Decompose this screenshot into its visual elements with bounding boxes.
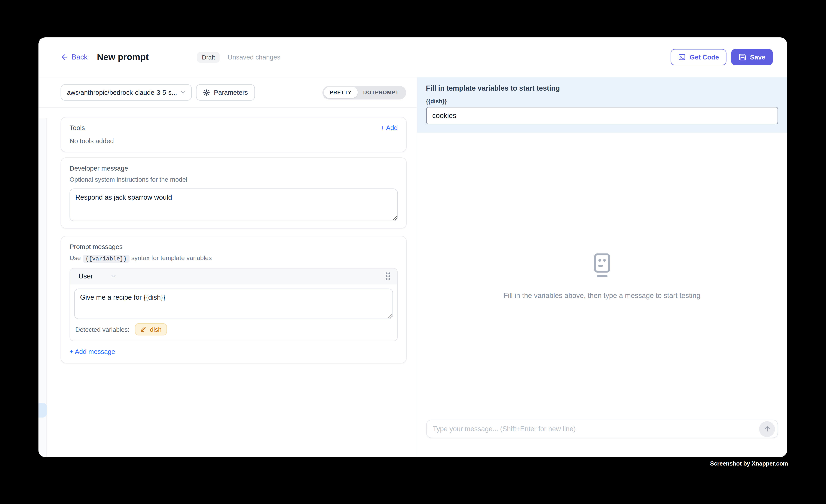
developer-message-title: Developer message xyxy=(69,165,398,172)
detected-variables-label: Detected variables: xyxy=(75,326,129,333)
gear-icon xyxy=(203,89,210,96)
prompt-messages-hint: Use {{variable}} syntax for template var… xyxy=(69,254,398,262)
chat-empty-state: Fill in the variables above, then type a… xyxy=(417,133,787,420)
template-variables-section: Fill in template variables to start test… xyxy=(417,77,787,133)
developer-message-card: Developer message Optional system instru… xyxy=(61,158,407,229)
app-header: Back New prompt Draft Unsaved changes Ge… xyxy=(39,37,787,77)
prompt-messages-title: Prompt messages xyxy=(69,243,398,251)
developer-message-input[interactable]: Respond as jack sparrow would xyxy=(69,189,398,221)
back-button[interactable]: Back xyxy=(61,53,87,61)
model-toolbar: aws/anthropic/bedrock-claude-3-5-s... Pa… xyxy=(39,77,416,108)
model-selector[interactable]: aws/anthropic/bedrock-claude-3-5-s... xyxy=(61,84,192,101)
message-block: User Give me a recipe for {{dish}} xyxy=(69,268,398,341)
add-tool-button[interactable]: + Add xyxy=(381,124,398,132)
variable-badge-label: dish xyxy=(150,326,162,333)
screenshot-stage: Back New prompt Draft Unsaved changes Ge… xyxy=(0,0,826,504)
get-code-button[interactable]: Get Code xyxy=(671,49,726,65)
hint-prefix: Use xyxy=(69,254,81,262)
rail-active-item[interactable] xyxy=(39,403,47,418)
chevron-down-icon xyxy=(180,89,186,96)
app-body: aws/anthropic/bedrock-claude-3-5-s... Pa… xyxy=(39,77,787,457)
model-selector-value: aws/anthropic/bedrock-claude-3-5-s... xyxy=(67,89,177,96)
back-label: Back xyxy=(72,53,87,61)
variable-syntax-chip: {{variable}} xyxy=(82,255,129,262)
add-message-button[interactable]: + Add message xyxy=(69,348,115,356)
message-body: Give me a recipe for {{dish}} Detected v… xyxy=(70,284,397,340)
tools-title: Tools xyxy=(69,124,85,132)
test-panel: Fill in template variables to start test… xyxy=(416,77,787,457)
hint-suffix: syntax for template variables xyxy=(131,254,212,262)
parameters-button[interactable]: Parameters xyxy=(196,84,255,101)
prompt-messages-card: Prompt messages Use {{variable}} syntax … xyxy=(61,236,407,363)
send-button[interactable] xyxy=(759,421,775,437)
editor-scroll-area[interactable]: Tools + Add No tools added Developer mes… xyxy=(39,108,416,457)
toggle-pretty[interactable]: PRETTY xyxy=(324,87,357,98)
terminal-icon xyxy=(678,53,686,61)
unsaved-changes-text: Unsaved changes xyxy=(228,54,281,61)
chat-message-input[interactable] xyxy=(426,420,778,438)
watermark-text: Screenshot by Xnapper.com xyxy=(710,460,788,467)
tools-card: Tools + Add No tools added xyxy=(61,117,407,152)
variable-value-input[interactable] xyxy=(426,107,778,124)
robot-face-icon xyxy=(592,253,612,278)
message-composer xyxy=(417,420,787,457)
drag-handle-icon[interactable] xyxy=(385,272,391,281)
save-button[interactable]: Save xyxy=(731,49,773,65)
view-mode-toggle: PRETTY DOTPROMPT xyxy=(322,85,406,99)
arrow-left-icon xyxy=(61,53,68,61)
role-select-value: User xyxy=(78,272,93,280)
arrow-up-icon xyxy=(763,425,771,433)
app-window: Back New prompt Draft Unsaved changes Ge… xyxy=(39,37,787,457)
save-icon xyxy=(739,53,747,61)
empty-state-text: Fill in the variables above, then type a… xyxy=(504,292,700,300)
detected-variables-row: Detected variables: dish xyxy=(74,319,393,337)
pencil-line-icon xyxy=(140,326,147,333)
parameters-label: Parameters xyxy=(214,89,248,96)
message-role-row: User xyxy=(70,268,397,284)
get-code-label: Get Code xyxy=(690,54,719,61)
toggle-dotprompt[interactable]: DOTPROMPT xyxy=(357,87,405,98)
variable-name-label: {{dish}} xyxy=(426,98,778,104)
developer-message-subtitle: Optional system instructions for the mod… xyxy=(69,176,398,183)
tools-empty-text: No tools added xyxy=(69,137,398,145)
header-actions: Get Code Save xyxy=(671,49,773,65)
message-text-input[interactable]: Give me a recipe for {{dish}} xyxy=(74,289,393,319)
save-label: Save xyxy=(750,54,765,61)
prompt-editor-panel: aws/anthropic/bedrock-claude-3-5-s... Pa… xyxy=(39,77,416,457)
page-title: New prompt xyxy=(97,52,149,62)
chevron-down-icon[interactable] xyxy=(110,273,117,279)
variable-badge-dish[interactable]: dish xyxy=(135,323,167,335)
status-badge: Draft xyxy=(197,52,220,62)
test-panel-title: Fill in template variables to start test… xyxy=(426,84,778,92)
